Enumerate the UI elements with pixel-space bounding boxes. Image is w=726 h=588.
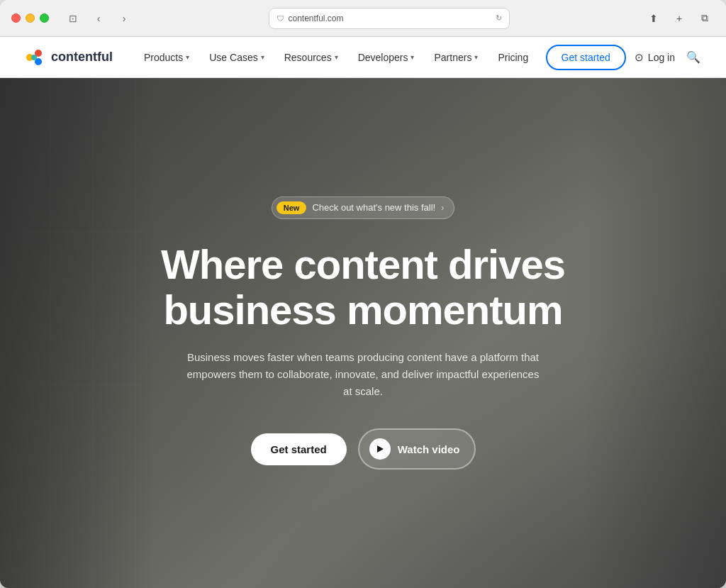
logo-text: contentful [51, 50, 113, 65]
hero-section: New Check out what's new this fall! › Wh… [0, 78, 726, 588]
watch-video-label: Watch video [398, 443, 460, 455]
nav-use-cases-label: Use Cases [209, 52, 257, 63]
badge-arrow-icon: › [441, 203, 444, 213]
nav-resources[interactable]: Resources ▾ [276, 46, 347, 69]
logo-link[interactable]: contentful [23, 46, 113, 69]
forward-button[interactable]: › [114, 9, 134, 28]
shield-icon: 🛡 [277, 14, 284, 23]
developers-chevron-icon: ▾ [411, 53, 414, 61]
nav-products[interactable]: Products ▾ [135, 46, 198, 69]
nav-use-cases[interactable]: Use Cases ▾ [201, 46, 272, 69]
announcement-badge[interactable]: New Check out what's new this fall! › [272, 196, 454, 219]
badge-announcement-text: Check out what's new this fall! [312, 202, 435, 213]
hero-subtitle: Business moves faster when teams produci… [186, 349, 540, 400]
nav-get-started-button[interactable]: Get started [546, 45, 626, 70]
play-icon-circle [369, 438, 391, 460]
new-tab-button[interactable]: + [669, 9, 689, 28]
play-triangle-icon [377, 445, 384, 453]
hero-content: New Check out what's new this fall! › Wh… [133, 196, 593, 470]
nav-login-button[interactable]: ⊙ Log in [635, 51, 675, 64]
contentful-logo-icon [23, 46, 45, 69]
title-bar: ⊡ ‹ › 🛡 contentful.com ↻ ⬆ + ⧉ [0, 0, 726, 37]
nav-developers-label: Developers [358, 52, 408, 63]
nav-products-label: Products [144, 52, 183, 63]
login-icon: ⊙ [635, 51, 644, 64]
toolbar-actions: ⬆ + ⧉ [644, 9, 715, 28]
tabs-button[interactable]: ⧉ [695, 9, 715, 28]
hero-title-line1: Where content drives [161, 241, 565, 287]
hero-overlay-right [584, 78, 726, 588]
address-bar-container: 🛡 contentful.com ↻ [143, 8, 635, 29]
search-button[interactable]: 🔍 [683, 48, 703, 67]
share-button[interactable]: ⬆ [644, 9, 664, 28]
hero-title: Where content drives business momentum [161, 242, 565, 333]
close-button[interactable] [11, 13, 21, 23]
use-cases-chevron-icon: ▾ [261, 53, 264, 61]
nav-partners-label: Partners [434, 52, 471, 63]
sidebar-toggle-button[interactable]: ⊡ [63, 9, 83, 28]
minimize-button[interactable] [26, 13, 35, 23]
resources-chevron-icon: ▾ [335, 53, 338, 61]
back-button[interactable]: ‹ [89, 9, 108, 28]
maximize-button[interactable] [40, 13, 49, 23]
browser-window: ⊡ ‹ › 🛡 contentful.com ↻ ⬆ + ⧉ [0, 0, 726, 588]
traffic-lights [11, 13, 49, 23]
nav-developers[interactable]: Developers ▾ [350, 46, 423, 69]
nav-actions: Get started ⊙ Log in 🔍 [546, 45, 703, 70]
refresh-icon: ↻ [496, 13, 502, 23]
hero-watch-video-button[interactable]: Watch video [358, 428, 476, 470]
browser-controls: ⊡ ‹ › [63, 9, 134, 28]
address-bar[interactable]: 🛡 contentful.com ↻ [269, 8, 510, 29]
nav-links: Products ▾ Use Cases ▾ Resources ▾ Devel… [135, 46, 546, 69]
badge-new-label: New [277, 201, 307, 214]
products-chevron-icon: ▾ [186, 53, 189, 61]
nav-pricing[interactable]: Pricing [489, 46, 537, 69]
hero-title-line2: business momentum [163, 287, 562, 333]
hero-get-started-button[interactable]: Get started [251, 433, 347, 465]
url-text: contentful.com [289, 13, 344, 23]
svg-point-3 [31, 55, 37, 60]
search-icon: 🔍 [686, 51, 700, 63]
nav-resources-label: Resources [284, 52, 332, 63]
hero-cta-buttons: Get started Watch video [161, 428, 565, 470]
nav-bar: contentful Products ▾ Use Cases ▾ Resour… [0, 37, 726, 78]
login-label: Log in [648, 52, 675, 63]
nav-partners[interactable]: Partners ▾ [425, 46, 486, 69]
partners-chevron-icon: ▾ [474, 53, 478, 61]
